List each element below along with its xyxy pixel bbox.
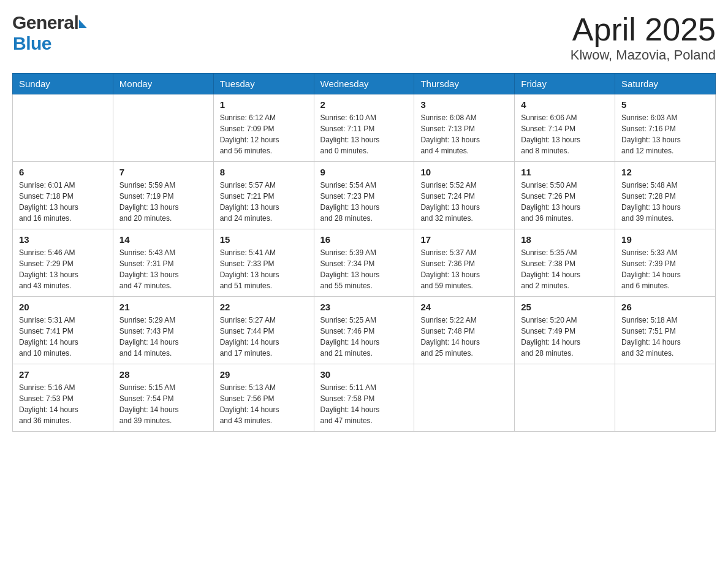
day-info: Sunrise: 5:41 AMSunset: 7:33 PMDaylight:… <box>220 247 308 291</box>
calendar-cell: 9Sunrise: 5:54 AMSunset: 7:23 PMDaylight… <box>314 162 414 229</box>
day-info: Sunrise: 5:13 AMSunset: 7:56 PMDaylight:… <box>220 382 308 426</box>
calendar-cell: 20Sunrise: 5:31 AMSunset: 7:41 PMDayligh… <box>13 297 113 364</box>
calendar-week-row: 20Sunrise: 5:31 AMSunset: 7:41 PMDayligh… <box>13 297 716 364</box>
calendar-cell: 4Sunrise: 6:06 AMSunset: 7:14 PMDaylight… <box>515 94 615 162</box>
day-info: Sunrise: 6:01 AMSunset: 7:18 PMDaylight:… <box>19 180 107 224</box>
day-info: Sunrise: 5:29 AMSunset: 7:43 PMDaylight:… <box>119 315 207 359</box>
calendar-cell: 24Sunrise: 5:22 AMSunset: 7:48 PMDayligh… <box>414 297 515 364</box>
calendar-cell: 6Sunrise: 6:01 AMSunset: 7:18 PMDaylight… <box>13 162 113 229</box>
calendar-day-header: Wednesday <box>314 74 414 94</box>
calendar-day-header: Sunday <box>13 74 113 94</box>
calendar-cell: 19Sunrise: 5:33 AMSunset: 7:39 PMDayligh… <box>615 229 716 297</box>
calendar-week-row: 6Sunrise: 6:01 AMSunset: 7:18 PMDaylight… <box>13 162 716 229</box>
calendar-cell: 11Sunrise: 5:50 AMSunset: 7:26 PMDayligh… <box>515 162 615 229</box>
day-number: 16 <box>320 234 408 245</box>
calendar-cell: 23Sunrise: 5:25 AMSunset: 7:46 PMDayligh… <box>314 297 414 364</box>
calendar-subtitle: Klwow, Mazovia, Poland <box>571 47 716 63</box>
calendar-day-header: Saturday <box>615 74 716 94</box>
day-number: 13 <box>19 234 107 245</box>
calendar-cell: 28Sunrise: 5:15 AMSunset: 7:54 PMDayligh… <box>113 364 213 432</box>
calendar-cell: 29Sunrise: 5:13 AMSunset: 7:56 PMDayligh… <box>213 364 314 432</box>
day-number: 28 <box>119 369 207 380</box>
day-info: Sunrise: 5:22 AMSunset: 7:48 PMDaylight:… <box>420 315 508 359</box>
calendar-cell: 25Sunrise: 5:20 AMSunset: 7:49 PMDayligh… <box>515 297 615 364</box>
day-info: Sunrise: 5:27 AMSunset: 7:44 PMDaylight:… <box>220 315 308 359</box>
day-info: Sunrise: 5:31 AMSunset: 7:41 PMDaylight:… <box>19 315 107 359</box>
day-info: Sunrise: 5:39 AMSunset: 7:34 PMDaylight:… <box>320 247 408 291</box>
day-info: Sunrise: 5:57 AMSunset: 7:21 PMDaylight:… <box>220 180 308 224</box>
calendar-cell <box>414 364 515 432</box>
day-info: Sunrise: 5:48 AMSunset: 7:28 PMDaylight:… <box>621 180 709 224</box>
day-number: 1 <box>220 99 308 110</box>
calendar-day-header: Thursday <box>414 74 515 94</box>
day-info: Sunrise: 5:50 AMSunset: 7:26 PMDaylight:… <box>521 180 609 224</box>
calendar-cell: 22Sunrise: 5:27 AMSunset: 7:44 PMDayligh… <box>213 297 314 364</box>
day-number: 30 <box>320 369 408 380</box>
day-info: Sunrise: 6:10 AMSunset: 7:11 PMDaylight:… <box>320 112 408 156</box>
calendar-cell: 18Sunrise: 5:35 AMSunset: 7:38 PMDayligh… <box>515 229 615 297</box>
day-number: 3 <box>420 99 508 110</box>
page-header: General Blue April 2025 Klwow, Mazovia, … <box>12 12 716 63</box>
calendar-cell: 10Sunrise: 5:52 AMSunset: 7:24 PMDayligh… <box>414 162 515 229</box>
calendar-cell: 12Sunrise: 5:48 AMSunset: 7:28 PMDayligh… <box>615 162 716 229</box>
day-info: Sunrise: 5:11 AMSunset: 7:58 PMDaylight:… <box>320 382 408 426</box>
day-number: 14 <box>119 234 207 245</box>
day-number: 19 <box>621 234 709 245</box>
calendar-cell: 5Sunrise: 6:03 AMSunset: 7:16 PMDaylight… <box>615 94 716 162</box>
calendar-cell: 13Sunrise: 5:46 AMSunset: 7:29 PMDayligh… <box>13 229 113 297</box>
day-info: Sunrise: 5:25 AMSunset: 7:46 PMDaylight:… <box>320 315 408 359</box>
calendar-cell: 3Sunrise: 6:08 AMSunset: 7:13 PMDaylight… <box>414 94 515 162</box>
calendar-table: SundayMondayTuesdayWednesdayThursdayFrid… <box>12 73 716 432</box>
calendar-cell <box>13 94 113 162</box>
day-number: 22 <box>220 302 308 312</box>
day-number: 15 <box>220 234 308 245</box>
day-info: Sunrise: 5:43 AMSunset: 7:31 PMDaylight:… <box>119 247 207 291</box>
title-block: April 2025 Klwow, Mazovia, Poland <box>571 12 716 63</box>
calendar-cell: 26Sunrise: 5:18 AMSunset: 7:51 PMDayligh… <box>615 297 716 364</box>
day-number: 23 <box>320 302 408 312</box>
day-info: Sunrise: 6:08 AMSunset: 7:13 PMDaylight:… <box>420 112 508 156</box>
day-number: 29 <box>220 369 308 380</box>
logo: General Blue <box>12 12 87 54</box>
day-info: Sunrise: 6:12 AMSunset: 7:09 PMDaylight:… <box>220 112 308 156</box>
day-info: Sunrise: 5:37 AMSunset: 7:36 PMDaylight:… <box>420 247 508 291</box>
day-number: 8 <box>220 167 308 177</box>
day-info: Sunrise: 6:03 AMSunset: 7:16 PMDaylight:… <box>621 112 709 156</box>
calendar-cell <box>113 94 213 162</box>
day-number: 25 <box>521 302 609 312</box>
day-number: 6 <box>19 167 107 177</box>
calendar-cell: 14Sunrise: 5:43 AMSunset: 7:31 PMDayligh… <box>113 229 213 297</box>
day-number: 2 <box>320 99 408 110</box>
day-number: 12 <box>621 167 709 177</box>
calendar-week-row: 27Sunrise: 5:16 AMSunset: 7:53 PMDayligh… <box>13 364 716 432</box>
day-info: Sunrise: 5:54 AMSunset: 7:23 PMDaylight:… <box>320 180 408 224</box>
day-number: 11 <box>521 167 609 177</box>
calendar-title: April 2025 <box>571 12 716 47</box>
calendar-cell: 16Sunrise: 5:39 AMSunset: 7:34 PMDayligh… <box>314 229 414 297</box>
calendar-day-header: Friday <box>515 74 615 94</box>
day-number: 21 <box>119 302 207 312</box>
day-info: Sunrise: 5:16 AMSunset: 7:53 PMDaylight:… <box>19 382 107 426</box>
logo-arrow-icon <box>79 20 87 28</box>
calendar-cell: 7Sunrise: 5:59 AMSunset: 7:19 PMDaylight… <box>113 162 213 229</box>
day-number: 9 <box>320 167 408 177</box>
day-number: 17 <box>420 234 508 245</box>
calendar-week-row: 1Sunrise: 6:12 AMSunset: 7:09 PMDaylight… <box>13 94 716 162</box>
day-info: Sunrise: 6:06 AMSunset: 7:14 PMDaylight:… <box>521 112 609 156</box>
calendar-week-row: 13Sunrise: 5:46 AMSunset: 7:29 PMDayligh… <box>13 229 716 297</box>
calendar-cell: 8Sunrise: 5:57 AMSunset: 7:21 PMDaylight… <box>213 162 314 229</box>
calendar-cell: 17Sunrise: 5:37 AMSunset: 7:36 PMDayligh… <box>414 229 515 297</box>
day-info: Sunrise: 5:59 AMSunset: 7:19 PMDaylight:… <box>119 180 207 224</box>
calendar-day-header: Monday <box>113 74 213 94</box>
calendar-cell: 15Sunrise: 5:41 AMSunset: 7:33 PMDayligh… <box>213 229 314 297</box>
calendar-cell <box>515 364 615 432</box>
day-number: 26 <box>621 302 709 312</box>
day-number: 18 <box>521 234 609 245</box>
day-info: Sunrise: 5:35 AMSunset: 7:38 PMDaylight:… <box>521 247 609 291</box>
calendar-cell: 1Sunrise: 6:12 AMSunset: 7:09 PMDaylight… <box>213 94 314 162</box>
logo-general-text: General <box>12 12 78 33</box>
day-number: 20 <box>19 302 107 312</box>
day-number: 27 <box>19 369 107 380</box>
day-info: Sunrise: 5:18 AMSunset: 7:51 PMDaylight:… <box>621 315 709 359</box>
day-number: 24 <box>420 302 508 312</box>
